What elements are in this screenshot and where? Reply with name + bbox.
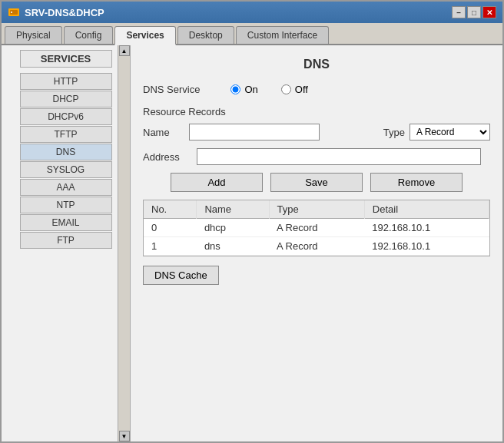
sidebar-item-dns[interactable]: DNS xyxy=(20,144,112,160)
address-label: Address xyxy=(143,151,189,163)
radio-off-input[interactable] xyxy=(281,84,291,94)
sidebar-item-syslog[interactable]: SYSLOG xyxy=(20,161,112,178)
dns-service-row: DNS Service On Off xyxy=(143,84,490,95)
cell-name: dhcp xyxy=(197,219,269,237)
content-area: DNS DNS Service On Off Resource Records xyxy=(131,45,502,441)
close-button[interactable]: ✕ xyxy=(482,6,496,18)
scroll-down-button[interactable]: ▼ xyxy=(119,431,130,441)
radio-on-label: On xyxy=(244,84,257,95)
dns-section-title: DNS xyxy=(143,58,490,71)
dns-service-label: DNS Service xyxy=(143,84,200,95)
type-select[interactable]: A RecordAAAA RecordCNAMEMX RecordNS Reco… xyxy=(410,124,490,141)
sidebar-item-dhcp[interactable]: DHCP xyxy=(20,91,112,107)
cell-detail: 192.168.10.1 xyxy=(364,237,489,256)
radio-off-option[interactable]: Off xyxy=(281,84,308,95)
app-icon xyxy=(8,6,20,18)
sidebar-item-aaa[interactable]: AAA xyxy=(20,179,112,196)
window-title: SRV-DNS&DHCP xyxy=(25,7,104,18)
tabs-bar: PhysicalConfigServicesDesktopCustom Inte… xyxy=(2,23,502,45)
cell-name: dns xyxy=(197,237,269,256)
name-input[interactable] xyxy=(189,124,320,141)
sidebar-item-ntp[interactable]: NTP xyxy=(20,197,112,213)
title-bar-left: SRV-DNS&DHCP xyxy=(8,6,104,18)
sidebar-item-tftp[interactable]: TFTP xyxy=(20,126,112,143)
add-button[interactable]: Add xyxy=(171,173,263,192)
dns-cache-button[interactable]: DNS Cache xyxy=(143,266,219,285)
remove-button[interactable]: Remove xyxy=(370,173,463,192)
dns-records-table: No. Name Type Detail 0dhcpA Record192.16… xyxy=(144,200,489,256)
radio-on-input[interactable] xyxy=(230,84,240,94)
col-name: Name xyxy=(197,200,269,219)
tab-services[interactable]: Services xyxy=(114,26,175,45)
svg-point-2 xyxy=(11,12,12,13)
cell-detail: 192.168.10.1 xyxy=(364,219,489,237)
title-bar: SRV-DNS&DHCP – □ ✕ xyxy=(2,2,502,23)
radio-on-option[interactable]: On xyxy=(230,84,257,95)
save-button[interactable]: Save xyxy=(270,173,363,192)
tab-physical[interactable]: Physical xyxy=(5,26,62,44)
maximize-button[interactable]: □ xyxy=(467,6,481,18)
col-no: No. xyxy=(144,200,197,219)
cell-no: 0 xyxy=(144,219,197,237)
table-row[interactable]: 1dnsA Record192.168.10.1 xyxy=(144,237,489,256)
action-buttons-row: Add Save Remove xyxy=(143,173,490,192)
tab-desktop[interactable]: Desktop xyxy=(177,26,234,44)
table-header-row: No. Name Type Detail xyxy=(144,200,489,219)
sidebar-item-email[interactable]: EMAIL xyxy=(20,214,112,231)
tab-config[interactable]: Config xyxy=(64,26,114,44)
address-row: Address xyxy=(143,148,490,165)
scroll-up-button[interactable]: ▲ xyxy=(119,45,130,56)
main-window: SRV-DNS&DHCP – □ ✕ PhysicalConfigService… xyxy=(0,0,504,443)
dns-records-table-container: No. Name Type Detail 0dhcpA Record192.16… xyxy=(143,200,490,256)
dns-table-body: 0dhcpA Record192.168.10.11dnsA Record192… xyxy=(144,219,489,256)
sidebar-item-ftp[interactable]: FTP xyxy=(20,232,112,249)
radio-off-label: Off xyxy=(295,84,308,95)
sidebar: SERVICES HTTPDHCPDHCPv6TFTPDNSSYSLOGAAAN… xyxy=(2,45,131,441)
sidebar-item-http[interactable]: HTTP xyxy=(20,73,112,90)
type-label: Type xyxy=(383,127,405,138)
name-type-row: Name Type A RecordAAAA RecordCNAMEMX Rec… xyxy=(143,124,490,141)
minimize-button[interactable]: – xyxy=(452,6,466,18)
tab-custom-interface[interactable]: Custom Interface xyxy=(236,26,329,44)
address-input[interactable] xyxy=(197,148,481,165)
cell-type: A Record xyxy=(269,237,364,256)
resource-records-label: Resource Records xyxy=(143,106,490,117)
name-label: Name xyxy=(143,127,189,138)
col-type: Type xyxy=(269,200,364,219)
sidebar-items-container: HTTPDHCPDHCPv6TFTPDNSSYSLOGAAANTPEMAILFT… xyxy=(20,72,112,250)
sidebar-item-dhcpv6[interactable]: DHCPv6 xyxy=(20,108,112,125)
scroll-track xyxy=(119,56,130,431)
cell-type: A Record xyxy=(269,219,364,237)
main-content: SERVICES HTTPDHCPDHCPv6TFTPDNSSYSLOGAAAN… xyxy=(2,45,502,441)
table-row[interactable]: 0dhcpA Record192.168.10.1 xyxy=(144,219,489,237)
window-controls: – □ ✕ xyxy=(452,6,496,18)
dns-radio-group: On Off xyxy=(230,84,307,95)
sidebar-scrollbar: ▲ ▼ xyxy=(118,45,130,441)
sidebar-title: SERVICES xyxy=(20,50,112,68)
cell-no: 1 xyxy=(144,237,197,256)
col-detail: Detail xyxy=(364,200,489,219)
